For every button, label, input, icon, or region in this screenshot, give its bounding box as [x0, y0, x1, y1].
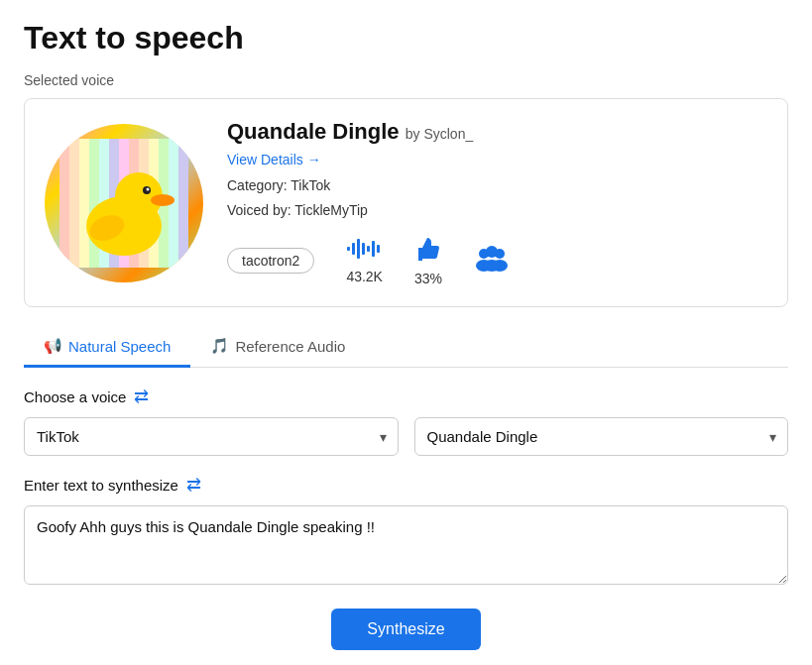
shuffle-text-icon[interactable]: ⇄ [186, 474, 201, 496]
svg-rect-13 [178, 139, 188, 268]
svg-point-33 [483, 260, 501, 272]
svg-point-18 [151, 194, 174, 206]
music-note-icon: 🎵 [210, 337, 229, 355]
svg-rect-22 [352, 243, 355, 255]
shuffle-voice-icon[interactable]: ⇄ [134, 386, 149, 407]
play-count-stat: 43.2K [346, 237, 383, 284]
thumbs-up-icon [414, 235, 442, 269]
crowd-icon [474, 244, 510, 277]
svg-rect-26 [372, 241, 375, 257]
svg-rect-24 [362, 243, 365, 255]
svg-rect-1 [59, 139, 69, 268]
voice-voiced-by: Voiced by: TickleMyTip [227, 198, 767, 223]
voice-avatar [45, 124, 203, 282]
duck-avatar-image [59, 139, 188, 268]
selected-voice-label: Selected voice [24, 72, 788, 88]
svg-rect-25 [367, 246, 370, 252]
voice-stats: tacotron2 43.2K [227, 235, 767, 286]
crowd-stat [474, 244, 510, 277]
svg-rect-4 [89, 139, 99, 268]
page-title: Text to speech [24, 20, 788, 56]
voice-author: by Syclon_ [406, 126, 473, 142]
tab-bar: 📢 Natural Speech 🎵 Reference Audio [24, 327, 788, 368]
voice-dropdown[interactable]: Quandale Dingle Voice 2 Voice 3 [414, 417, 789, 456]
play-count-value: 43.2K [346, 269, 383, 284]
svg-rect-27 [377, 245, 380, 253]
like-stat: 33% [414, 235, 442, 286]
model-badge: tacotron2 [227, 248, 314, 274]
text-section-label-row: Enter text to synthesize ⇄ [24, 474, 788, 496]
choose-voice-label: Choose a voice [24, 388, 126, 405]
svg-rect-21 [347, 247, 350, 251]
svg-rect-2 [69, 139, 79, 268]
svg-rect-23 [357, 239, 360, 259]
like-percent-value: 33% [414, 271, 442, 286]
category-dropdown[interactable]: TikTok YouTube Twitch Other [24, 417, 399, 456]
svg-rect-3 [79, 139, 89, 268]
svg-point-30 [486, 246, 498, 258]
tab-reference-audio[interactable]: 🎵 Reference Audio [190, 327, 365, 368]
voice-info: Quandale Dingle by Syclon_ View Details→… [227, 119, 767, 286]
voice-name: Quandale Dingle by Syclon_ [227, 119, 767, 145]
voice-category: Category: TikTok [227, 173, 767, 198]
category-dropdown-wrap: TikTok YouTube Twitch Other ▾ [24, 417, 399, 456]
text-input-label: Enter text to synthesize [24, 477, 178, 494]
synthesize-button[interactable]: Synthesize [331, 609, 480, 650]
voice-card: Quandale Dingle by Syclon_ View Details→… [24, 98, 788, 307]
speaker-icon: 📢 [44, 337, 62, 355]
voice-dropdown-wrap: Quandale Dingle Voice 2 Voice 3 ▾ [414, 417, 789, 456]
voice-dropdowns: TikTok YouTube Twitch Other ▾ Quandale D… [24, 417, 788, 456]
waveform-icon [347, 237, 383, 267]
choose-voice-row: Choose a voice ⇄ [24, 386, 788, 407]
tab-natural-speech[interactable]: 📢 Natural Speech [24, 327, 190, 368]
synthesis-text-input[interactable]: Goofy Ahh guys this is Quandale Dingle s… [24, 505, 788, 585]
view-details-link[interactable]: View Details→ [227, 152, 321, 167]
svg-point-17 [147, 187, 150, 190]
